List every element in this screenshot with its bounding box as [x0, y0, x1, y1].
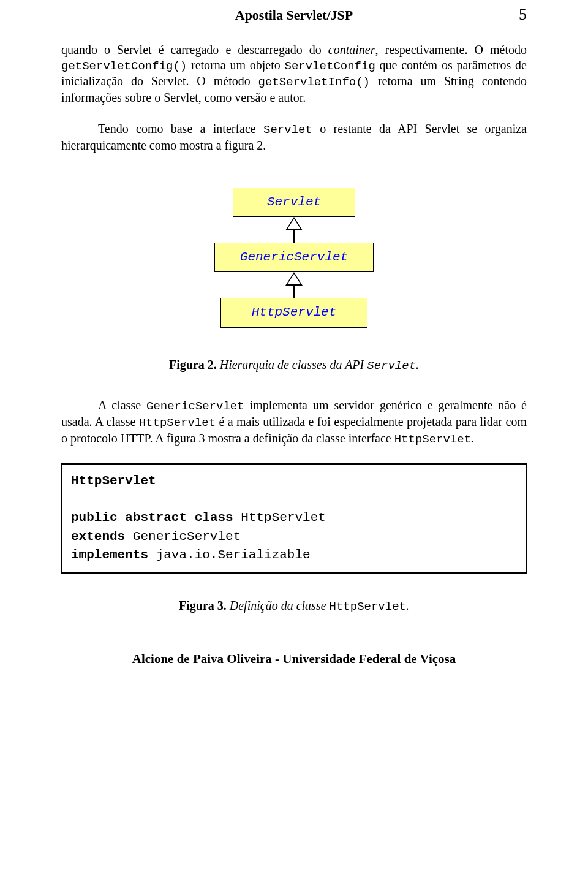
text-italic: container [328, 43, 375, 56]
inline-code: GenericServlet [146, 400, 244, 413]
keyword: public [71, 510, 118, 525]
text: . [406, 599, 409, 612]
paragraph-3: A classe GenericServlet implementa um se… [61, 398, 527, 447]
page-content: Apostila Servlet/JSP 5 quando o Servlet … [0, 0, 588, 704]
inline-code: HttpServlet [394, 433, 471, 446]
text: , respectivamente. O método [375, 43, 527, 56]
figure-2-caption: Figura 2. Hierarquia de classes da API S… [61, 357, 527, 374]
inline-code: getServletInfo() [258, 75, 370, 89]
uml-line [293, 286, 295, 298]
figure-label: Figura 3. [179, 599, 227, 612]
inline-code: HttpServlet [330, 600, 406, 613]
page-number: 5 [512, 5, 527, 25]
uml-class-genericservlet: GenericServlet [214, 243, 374, 272]
header-title: Apostila Servlet/JSP [76, 7, 512, 24]
uml-interface-servlet: Servlet [233, 188, 355, 217]
figure-text: Definição da classe [227, 599, 330, 612]
inline-code: Servlet [367, 359, 416, 373]
inline-code: getServletConfig() [61, 59, 187, 73]
text: . [416, 358, 419, 371]
figure-label: Figura 2. [169, 358, 217, 371]
page-header: Apostila Servlet/JSP 5 [61, 0, 527, 25]
uml-class-httpservlet: HttpServlet [221, 298, 368, 327]
text: quando o Servlet é carregado e descarreg… [61, 43, 328, 56]
page-footer: Alcione de Paiva Oliveira - Universidade… [61, 651, 527, 667]
keyword: implements [71, 548, 148, 562]
paragraph-2: Tendo como base a interface Servlet o re… [61, 121, 527, 153]
code-block-httpservlet: HttpServlet public abstract class HttpSe… [61, 463, 527, 574]
keyword: extends [71, 529, 125, 544]
code-text: GenericServlet [125, 529, 241, 544]
inline-code: ServletConfig [285, 59, 375, 73]
keyword: abstract [125, 510, 187, 525]
text: A classe [98, 398, 146, 412]
keyword: class [195, 510, 233, 525]
text: Tendo como base a interface [98, 122, 263, 135]
uml-diagram: Servlet GenericServlet HttpServlet [61, 188, 527, 328]
arrowhead-icon [285, 272, 303, 286]
code-text: java.io.Serializable [148, 548, 311, 562]
paragraph-1: quando o Servlet é carregado e descarreg… [61, 42, 527, 106]
figure-3-caption: Figura 3. Definição da classe HttpServle… [61, 598, 527, 615]
arrowhead-icon [285, 217, 303, 230]
uml-line [293, 230, 295, 243]
uml-generalization-arrow [285, 217, 303, 243]
inline-code: Servlet [263, 123, 312, 137]
text: . [471, 431, 474, 445]
figure-text: Hierarquia de classes da API [217, 358, 368, 371]
text: retorna um objeto [187, 58, 284, 72]
code-line: HttpServlet [71, 474, 156, 488]
uml-generalization-arrow [285, 272, 303, 298]
inline-code: HttpServlet [139, 416, 216, 430]
code-text: HttpServlet [233, 510, 326, 525]
